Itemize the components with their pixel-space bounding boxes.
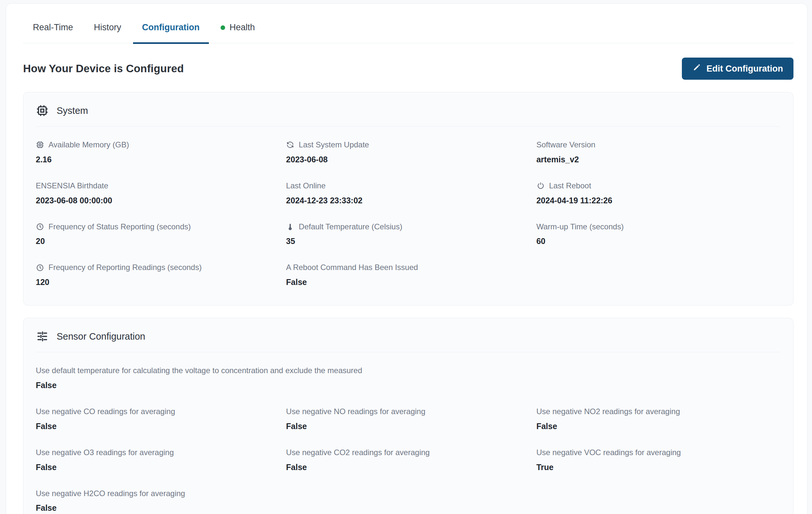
config-field: Last Online2024-12-23 23:33:02 [286,181,530,205]
system-card-title: System [57,106,88,116]
field-value: False [286,463,530,472]
field-label-row: Last System Update [286,140,530,150]
page-title: How Your Device is Configured [23,62,184,75]
field-label-row: Software Version [536,140,780,150]
config-field: Last System Update2023-06-08 [286,140,530,164]
field-value: False [36,503,280,513]
main-panel: Real-TimeHistoryConfigurationHealth How … [6,3,807,514]
field-value: 2.16 [36,155,280,164]
config-field: Use negative NO readings for averagingFa… [286,407,530,431]
field-label-row: A Reboot Command Has Been Issued [286,263,530,272]
field-label-row: Use negative CO readings for averaging [36,407,280,417]
field-value: 2024-04-19 11:22:26 [536,196,780,205]
field-label-row: ENSENSIA Birthdate [36,181,280,191]
page-header: How Your Device is Configured Edit Confi… [23,58,793,80]
field-label: Use negative O3 readings for averaging [36,448,174,457]
field-label-row: Last Online [286,181,530,191]
field-label: Use negative H2CO readings for averaging [36,489,185,498]
field-label: Use negative VOC readings for averaging [536,448,681,457]
clock-icon [36,223,44,231]
system-card: System Available Memory (GB)2.16Last Sys… [23,92,793,306]
health-status-dot [221,25,225,30]
field-value: False [286,422,530,431]
field-label-row: Use negative VOC readings for averaging [536,448,780,457]
field-label-row: Frequency of Reporting Readings (seconds… [36,263,280,272]
sensor-fields-grid: Use default temperature for calculating … [36,349,780,513]
field-label: Last Reboot [549,181,591,191]
field-value: False [36,463,280,472]
tab-label: History [94,23,121,32]
config-field: Use negative CO2 readings for averagingF… [286,448,530,472]
field-label: Last Online [286,181,325,191]
tab-label: Real-Time [33,23,73,32]
field-value: False [286,278,530,287]
field-value: 20 [36,236,280,246]
update-icon [286,141,294,149]
tab-label: Configuration [142,23,200,32]
tab-configuration[interactable]: Configuration [133,18,209,44]
tab-label: Health [230,23,255,32]
field-label-row: Use negative NO2 readings for averaging [536,407,780,417]
tab-bar: Real-TimeHistoryConfigurationHealth [23,18,793,43]
config-field: ENSENSIA Birthdate2023-06-08 00:00:00 [36,181,280,205]
config-field: Use default temperature for calculating … [36,366,780,390]
clock-icon [36,263,44,272]
config-field: Warm-up Time (seconds)60 [536,222,780,246]
sliders-icon [36,330,49,343]
field-label: Frequency of Reporting Readings (seconds… [49,263,202,272]
edit-configuration-button[interactable]: Edit Configuration [682,58,793,80]
field-label-row: Warm-up Time (seconds) [536,222,780,232]
field-value: 60 [536,236,780,246]
config-field: Default Temperature (Celsius)35 [286,222,530,246]
config-field: Use negative H2CO readings for averaging… [36,489,280,513]
thermometer-icon [286,223,294,231]
field-label: Use default temperature for calculating … [36,366,362,375]
config-field: Available Memory (GB)2.16 [36,140,280,164]
config-field: Software Versionartemis_v2 [536,140,780,164]
field-label: A Reboot Command Has Been Issued [286,263,418,272]
field-value: False [536,422,780,431]
field-label-row: Available Memory (GB) [36,140,280,150]
field-label: Use negative NO2 readings for averaging [536,407,680,417]
field-label: Available Memory (GB) [49,140,129,150]
field-label-row: Use negative H2CO readings for averaging [36,489,280,498]
field-value: 2023-06-08 00:00:00 [36,196,280,205]
field-label-row: Default Temperature (Celsius) [286,222,530,232]
field-value: 2024-12-23 23:33:02 [286,196,530,205]
sensor-card-title: Sensor Configuration [57,331,145,342]
field-value: False [36,422,280,431]
config-field: Last Reboot2024-04-19 11:22:26 [536,181,780,205]
field-label-row: Use negative NO readings for averaging [286,407,530,417]
config-field: Use negative CO readings for averagingFa… [36,407,280,431]
system-fields-grid: Available Memory (GB)2.16Last System Upd… [36,123,780,287]
tab-real-time[interactable]: Real-Time [24,18,82,44]
field-label: Last System Update [299,140,369,150]
cpu-icon [36,104,49,117]
field-label-row: Use negative O3 readings for averaging [36,448,280,457]
memory-icon [36,141,44,149]
field-label: Frequency of Status Reporting (seconds) [49,222,191,232]
config-field: Use negative O3 readings for averagingFa… [36,448,280,472]
field-label-row: Last Reboot [536,181,780,191]
reboot-icon [536,181,545,190]
tab-history[interactable]: History [85,18,130,44]
config-field: Frequency of Reporting Readings (seconds… [36,263,280,287]
tab-health[interactable]: Health [211,18,264,44]
field-label: Default Temperature (Celsius) [299,222,402,232]
config-field: A Reboot Command Has Been IssuedFalse [286,263,530,287]
field-value: 120 [36,278,280,287]
field-label: ENSENSIA Birthdate [36,181,108,191]
field-label: Warm-up Time (seconds) [536,222,624,232]
field-label-row: Frequency of Status Reporting (seconds) [36,222,280,232]
edit-configuration-label: Edit Configuration [706,64,783,74]
field-label: Software Version [536,140,595,150]
pencil-icon [692,63,701,74]
field-label: Use negative NO readings for averaging [286,407,425,417]
field-label-row: Use negative CO2 readings for averaging [286,448,530,457]
field-value: artemis_v2 [536,155,780,164]
config-field: Frequency of Status Reporting (seconds)2… [36,222,280,246]
field-label: Use negative CO2 readings for averaging [286,448,430,457]
field-value: False [36,381,780,390]
sensor-configuration-card: Sensor Configuration Use default tempera… [23,318,793,514]
field-value: 35 [286,236,530,246]
